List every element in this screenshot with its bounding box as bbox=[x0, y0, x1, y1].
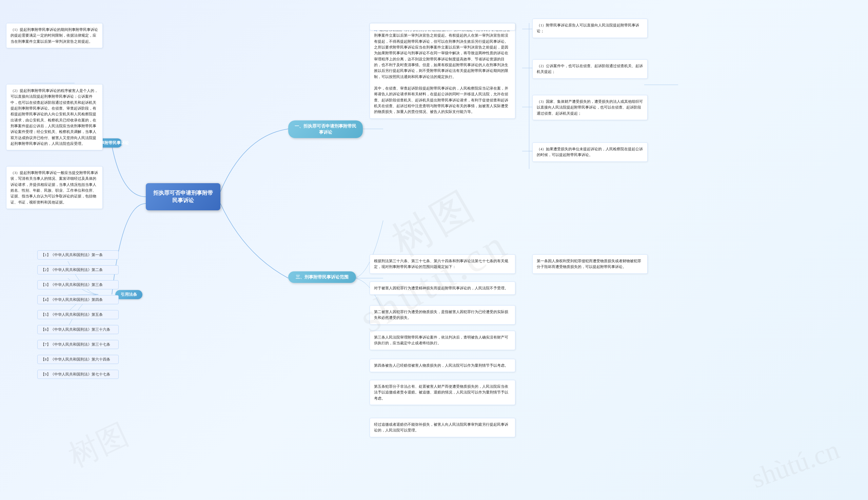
content-1-1-text: （1）提起刑事附带民事诉讼的期间刑事附带民事诉讼的提起需要满足一定的时间限制，依… bbox=[11, 28, 98, 43]
central-node[interactable]: 拒执罪可否申请刑事附带民事诉讼 bbox=[146, 183, 220, 210]
law-item-4: 【4】《中华人民共和国刑法》第四条 bbox=[37, 295, 119, 304]
content-1-3-text: （3）提起刑事附带民事诉讼一般应当提交附带民事诉状，写清有关当事人的情况、案发详… bbox=[11, 171, 98, 204]
law-item-5: 【5】《中华人民共和国刑法》第五条 bbox=[37, 310, 119, 319]
law-item-9: 【9】《中华人民共和国刑法》第七十七条 bbox=[37, 370, 119, 379]
watermark-bottom: shùtú.cn bbox=[747, 434, 844, 494]
law-item-1: 【1】《中华人民共和国刑法》第一条 bbox=[37, 250, 119, 260]
law-item-6: 【6】《中华人民共和国刑法》第三十六条 bbox=[37, 325, 119, 334]
right-panel-item-2: （2）公诉案件中，也可以在侦查、起诉阶段通过侦查机关、起诉机关提起； bbox=[532, 59, 648, 79]
right-connector-h3 bbox=[522, 107, 532, 107]
branch4-item-2: 第二被害人因犯罪行为遭受的物质损失，是指被害人因犯罪行为已经遭受的实际损失和必然… bbox=[370, 305, 516, 325]
mind-map-canvas: 树图 shùtú.cn 拒执罪可否申请刑事附带民事诉讼 bbox=[0, 0, 868, 500]
content-box-1-3: （3）提起刑事附带民事诉讼一般应当提交附带民事诉状，写清有关当事人的情况、案发详… bbox=[6, 166, 103, 209]
branch4-item-4: 第四条被告人已经赔偿被害人物质损失的，人民法院可以作为量刑情节予以考虑。 bbox=[370, 359, 516, 372]
right-panel-item-4: （4）如果遭受损失的单位未提起诉讼的，人民检察院在提起公诉的时候，可以提起附带民… bbox=[532, 143, 648, 162]
right-panel-connector bbox=[529, 23, 529, 169]
branch4-intro: 根据刑法第三十六条、第三十七条、第六十四条和刑事诉讼法第七十七条的有关规定，现对… bbox=[370, 254, 516, 274]
branch-2-label: 引用法条 bbox=[115, 290, 142, 299]
content-box-1-2: （2）提起刑事附带民事诉讼的程序被害人是个人的，可以直接向法院提起刑事附带民事诉… bbox=[6, 84, 103, 150]
branch4-item-6: 经过追缴或者退赔仍不能弥补损失，被害人向人民法院民事审判庭另行提起民事诉讼的，人… bbox=[370, 418, 516, 437]
right-panel-item-1: （1）附带民事诉讼原告人可以直接向人民法院提起附带民事诉讼； bbox=[532, 19, 648, 38]
law-item-3: 【3】《中华人民共和国刑法》第三条 bbox=[37, 280, 119, 289]
right-panel-item-3: （3）国家、集体财产遭受损失的，遭受损失的法人或其他组织可以直接向人民法院提起附… bbox=[532, 95, 648, 120]
law-item-2: 【2】《中华人民共和国刑法》第二条 bbox=[37, 265, 119, 274]
law-item-8: 【8】《中华人民共和国刑法》第六十四条 bbox=[37, 355, 119, 364]
content-1-2-text: （2）提起刑事附带民事诉讼的程序被害人是个人的，可以直接向法院提起刑事附带民事诉… bbox=[11, 89, 98, 146]
branch3-item2-text bbox=[370, 23, 516, 31]
right-connector-h4 bbox=[522, 151, 532, 151]
branch4-item-5: 第五条犯罪分子非法占有、处置被害人财产而使遭受物质损失的，人民法院应当依法予以追… bbox=[370, 380, 516, 405]
right-connector-h1 bbox=[522, 29, 532, 29]
central-label: 拒执罪可否申请刑事附带民事诉讼 bbox=[153, 189, 213, 205]
branch-3-label: 一、拒执罪可否申请刑事附带民事诉讼 bbox=[288, 121, 363, 138]
branch4-item-3: 第三条人民法院审理附带民事诉讼案件，依法判决后，查明被告人确实没有财产可供执行的… bbox=[370, 331, 516, 350]
right-connector-h2 bbox=[522, 68, 532, 68]
branch-4-label: 三、刑事附带民事诉讼范围 bbox=[288, 271, 356, 283]
content-box-1-1: （1）提起刑事附带民事诉讼的期间刑事附带民事诉讼的提起需要满足一定的时间限制，依… bbox=[6, 23, 103, 48]
branch4-item-1: 对于被害人因犯罪行为遭受精神损失而提起附带民事诉讼的，人民法院不予受理。 bbox=[370, 282, 516, 295]
branch4-right-note: 第一条因人身权利受到犯罪侵犯而遭受物质损失或者财物被犯罪分子毁坏而遭受物质损失的… bbox=[532, 254, 648, 274]
law-item-7: 【7】《中华人民共和国刑法》第三十七条 bbox=[37, 340, 119, 349]
branch-3-content: 1、最高人民法院《关于执行刑事诉讼法的解释》第89条规定：附带民事诉讼应当在刑事… bbox=[370, 23, 516, 119]
watermark-left-bottom: 树图 bbox=[62, 414, 135, 477]
